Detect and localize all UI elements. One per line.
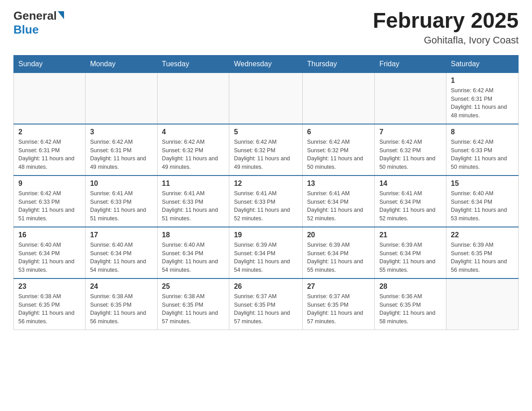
calendar-week-row: 23Sunrise: 6:38 AMSunset: 6:35 PMDayligh… — [14, 278, 519, 330]
day-number: 19 — [234, 231, 297, 239]
weekday-header-friday: Friday — [375, 55, 446, 73]
day-number: 3 — [90, 128, 152, 136]
calendar-cell: 15Sunrise: 6:40 AMSunset: 6:34 PMDayligh… — [446, 176, 518, 227]
day-info: Sunrise: 6:42 AMSunset: 6:33 PMDaylight:… — [451, 138, 514, 171]
day-info: Sunrise: 6:42 AMSunset: 6:31 PMDaylight:… — [18, 138, 81, 171]
calendar-cell — [157, 73, 229, 124]
day-info: Sunrise: 6:37 AMSunset: 6:35 PMDaylight:… — [234, 292, 297, 326]
calendar-cell: 1Sunrise: 6:42 AMSunset: 6:31 PMDaylight… — [446, 73, 518, 124]
day-number: 10 — [90, 180, 152, 188]
logo-general-text: General — [13, 9, 57, 23]
day-info: Sunrise: 6:37 AMSunset: 6:35 PMDaylight:… — [307, 292, 370, 326]
day-number: 21 — [379, 231, 442, 239]
weekday-header-wednesday: Wednesday — [229, 55, 302, 73]
day-number: 24 — [90, 283, 152, 291]
day-number: 7 — [379, 128, 442, 136]
day-info: Sunrise: 6:40 AMSunset: 6:34 PMDaylight:… — [90, 241, 152, 274]
calendar-cell — [86, 73, 157, 124]
day-number: 6 — [307, 128, 370, 136]
day-info: Sunrise: 6:42 AMSunset: 6:32 PMDaylight:… — [307, 138, 370, 171]
day-number: 18 — [162, 231, 225, 239]
weekday-header-monday: Monday — [86, 55, 157, 73]
day-number: 11 — [162, 180, 225, 188]
day-info: Sunrise: 6:38 AMSunset: 6:35 PMDaylight:… — [18, 292, 81, 326]
day-number: 28 — [379, 283, 442, 291]
logo-blue-text: Blue — [13, 23, 39, 37]
day-info: Sunrise: 6:36 AMSunset: 6:35 PMDaylight:… — [379, 292, 442, 326]
calendar-cell: 27Sunrise: 6:37 AMSunset: 6:35 PMDayligh… — [302, 278, 374, 330]
calendar-cell — [14, 73, 86, 124]
calendar-cell: 28Sunrise: 6:36 AMSunset: 6:35 PMDayligh… — [375, 278, 446, 330]
logo: General Blue — [13, 9, 64, 37]
day-info: Sunrise: 6:42 AMSunset: 6:32 PMDaylight:… — [379, 138, 442, 171]
day-number: 16 — [18, 231, 81, 239]
day-info: Sunrise: 6:38 AMSunset: 6:35 PMDaylight:… — [162, 292, 225, 326]
calendar-cell — [375, 73, 446, 124]
logo-arrow-icon — [58, 11, 64, 19]
day-number: 25 — [162, 283, 225, 291]
calendar-cell: 16Sunrise: 6:40 AMSunset: 6:34 PMDayligh… — [14, 227, 86, 278]
weekday-header-sunday: Sunday — [14, 55, 86, 73]
calendar-cell: 5Sunrise: 6:42 AMSunset: 6:32 PMDaylight… — [229, 124, 302, 176]
calendar-cell: 2Sunrise: 6:42 AMSunset: 6:31 PMDaylight… — [14, 124, 86, 176]
location-title: Gohitafla, Ivory Coast — [373, 34, 519, 46]
day-info: Sunrise: 6:41 AMSunset: 6:33 PMDaylight:… — [234, 189, 297, 223]
title-section: February 2025 Gohitafla, Ivory Coast — [373, 9, 519, 46]
month-title: February 2025 — [373, 9, 519, 33]
page-header: General Blue February 2025 Gohitafla, Iv… — [13, 9, 519, 46]
calendar-cell — [229, 73, 302, 124]
calendar-cell: 14Sunrise: 6:41 AMSunset: 6:34 PMDayligh… — [375, 176, 446, 227]
weekday-header-thursday: Thursday — [302, 55, 374, 73]
day-number: 23 — [18, 283, 81, 291]
calendar-cell: 9Sunrise: 6:42 AMSunset: 6:33 PMDaylight… — [14, 176, 86, 227]
day-info: Sunrise: 6:40 AMSunset: 6:34 PMDaylight:… — [451, 189, 514, 223]
day-info: Sunrise: 6:41 AMSunset: 6:33 PMDaylight:… — [162, 189, 225, 223]
weekday-header-tuesday: Tuesday — [157, 55, 229, 73]
weekday-header-row: SundayMondayTuesdayWednesdayThursdayFrid… — [14, 55, 519, 73]
calendar-cell: 4Sunrise: 6:42 AMSunset: 6:32 PMDaylight… — [157, 124, 229, 176]
calendar-cell: 6Sunrise: 6:42 AMSunset: 6:32 PMDaylight… — [302, 124, 374, 176]
day-number: 17 — [90, 231, 152, 239]
calendar-cell: 7Sunrise: 6:42 AMSunset: 6:32 PMDaylight… — [375, 124, 446, 176]
day-number: 22 — [451, 231, 514, 239]
calendar-cell: 23Sunrise: 6:38 AMSunset: 6:35 PMDayligh… — [14, 278, 86, 330]
calendar-week-row: 1Sunrise: 6:42 AMSunset: 6:31 PMDaylight… — [14, 73, 519, 124]
calendar-cell: 13Sunrise: 6:41 AMSunset: 6:34 PMDayligh… — [302, 176, 374, 227]
day-number: 5 — [234, 128, 297, 136]
calendar-cell: 26Sunrise: 6:37 AMSunset: 6:35 PMDayligh… — [229, 278, 302, 330]
day-number: 9 — [18, 180, 81, 188]
calendar-cell: 17Sunrise: 6:40 AMSunset: 6:34 PMDayligh… — [86, 227, 157, 278]
day-number: 2 — [18, 128, 81, 136]
day-info: Sunrise: 6:40 AMSunset: 6:34 PMDaylight:… — [162, 241, 225, 274]
calendar-week-row: 2Sunrise: 6:42 AMSunset: 6:31 PMDaylight… — [14, 124, 519, 176]
day-number: 27 — [307, 283, 370, 291]
day-info: Sunrise: 6:41 AMSunset: 6:33 PMDaylight:… — [90, 189, 152, 223]
calendar-cell — [446, 278, 518, 330]
day-info: Sunrise: 6:39 AMSunset: 6:34 PMDaylight:… — [234, 241, 297, 274]
day-info: Sunrise: 6:42 AMSunset: 6:33 PMDaylight:… — [18, 189, 81, 223]
calendar-table: SundayMondayTuesdayWednesdayThursdayFrid… — [13, 55, 519, 330]
day-info: Sunrise: 6:42 AMSunset: 6:32 PMDaylight:… — [234, 138, 297, 171]
day-info: Sunrise: 6:39 AMSunset: 6:35 PMDaylight:… — [451, 241, 514, 274]
day-info: Sunrise: 6:41 AMSunset: 6:34 PMDaylight:… — [379, 189, 442, 223]
calendar-cell: 12Sunrise: 6:41 AMSunset: 6:33 PMDayligh… — [229, 176, 302, 227]
calendar-cell: 10Sunrise: 6:41 AMSunset: 6:33 PMDayligh… — [86, 176, 157, 227]
calendar-week-row: 16Sunrise: 6:40 AMSunset: 6:34 PMDayligh… — [14, 227, 519, 278]
day-info: Sunrise: 6:39 AMSunset: 6:34 PMDaylight:… — [307, 241, 370, 274]
day-number: 1 — [451, 77, 514, 85]
day-number: 20 — [307, 231, 370, 239]
day-number: 8 — [451, 128, 514, 136]
day-info: Sunrise: 6:39 AMSunset: 6:34 PMDaylight:… — [379, 241, 442, 274]
day-number: 12 — [234, 180, 297, 188]
calendar-cell: 20Sunrise: 6:39 AMSunset: 6:34 PMDayligh… — [302, 227, 374, 278]
day-number: 4 — [162, 128, 225, 136]
calendar-cell: 22Sunrise: 6:39 AMSunset: 6:35 PMDayligh… — [446, 227, 518, 278]
day-info: Sunrise: 6:42 AMSunset: 6:32 PMDaylight:… — [162, 138, 225, 171]
day-info: Sunrise: 6:40 AMSunset: 6:34 PMDaylight:… — [18, 241, 81, 274]
day-number: 26 — [234, 283, 297, 291]
calendar-cell — [302, 73, 374, 124]
day-info: Sunrise: 6:41 AMSunset: 6:34 PMDaylight:… — [307, 189, 370, 223]
day-info: Sunrise: 6:42 AMSunset: 6:31 PMDaylight:… — [90, 138, 152, 171]
calendar-cell: 24Sunrise: 6:38 AMSunset: 6:35 PMDayligh… — [86, 278, 157, 330]
calendar-cell: 8Sunrise: 6:42 AMSunset: 6:33 PMDaylight… — [446, 124, 518, 176]
